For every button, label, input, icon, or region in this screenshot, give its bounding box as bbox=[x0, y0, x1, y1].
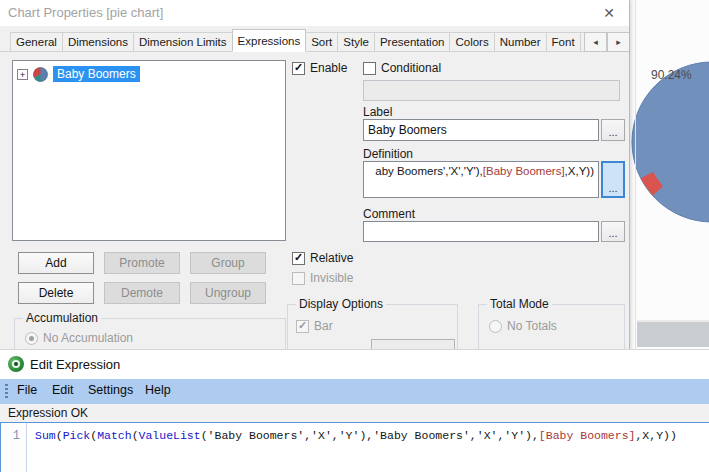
tab-dimension-limits[interactable]: Dimension Limits bbox=[133, 32, 233, 52]
label-field-label: Label bbox=[363, 105, 392, 119]
ellipsis-icon: ... bbox=[608, 182, 617, 194]
no-accumulation-label: No Accumulation bbox=[43, 331, 133, 345]
tab-colors[interactable]: Colors bbox=[449, 32, 494, 52]
status-bar: Expression OK bbox=[0, 404, 709, 422]
conditional-checkbox[interactable]: Conditional bbox=[363, 61, 441, 75]
scroll-right-icon: ▸ bbox=[616, 37, 621, 47]
no-totals-label: No Totals bbox=[507, 319, 557, 333]
total-mode-groupbox: Total Mode No Totals bbox=[478, 304, 625, 350]
tab-number[interactable]: Number bbox=[494, 32, 547, 52]
relative-checkbox[interactable]: ✓ Relative bbox=[292, 251, 353, 265]
bar-checkbox-box: ✓ bbox=[296, 320, 309, 333]
expression-status-text: Expression OK bbox=[8, 406, 88, 420]
tab-presentation[interactable]: Presentation bbox=[374, 32, 451, 52]
pie-value-label: 90.24% bbox=[651, 68, 692, 82]
background-window-edge bbox=[635, 0, 636, 350]
comment-ellipsis-button[interactable]: ... bbox=[601, 221, 625, 242]
menu-item-edit[interactable]: Edit bbox=[52, 383, 74, 397]
no-accumulation-radio: No Accumulation bbox=[25, 331, 133, 345]
invisible-checkbox-box bbox=[292, 272, 305, 285]
accumulation-title: Accumulation bbox=[23, 311, 101, 325]
definition-text: aby Boomers','X','Y'),[Baby Boomers],X,Y… bbox=[375, 165, 594, 177]
no-accumulation-radio-circle bbox=[25, 332, 38, 345]
ungroup-button: Ungroup bbox=[190, 282, 266, 304]
plus-icon: + bbox=[20, 70, 26, 79]
menu-grip-icon[interactable] bbox=[5, 384, 8, 399]
bar-label: Bar bbox=[314, 319, 333, 333]
expression-code[interactable]: Sum(Pick(Match(ValueList('Baby Boomers',… bbox=[35, 429, 677, 442]
tab-sort[interactable]: Sort bbox=[305, 32, 338, 52]
conditional-label: Conditional bbox=[381, 61, 441, 75]
menu-item-file[interactable]: File bbox=[17, 383, 37, 397]
tab-general[interactable]: General bbox=[10, 32, 63, 52]
conditional-checkbox-box[interactable] bbox=[363, 62, 376, 75]
definition-input[interactable]: aby Boomers','X','Y'),[Baby Boomers],X,Y… bbox=[363, 161, 599, 198]
expressions-list[interactable]: + Baby Boomers bbox=[12, 60, 286, 241]
edit-expression-window: Edit Expression File Edit Settings Help … bbox=[0, 349, 709, 472]
check-icon: ✓ bbox=[294, 252, 303, 263]
check-icon: ✓ bbox=[298, 320, 307, 331]
total-mode-title: Total Mode bbox=[487, 297, 552, 311]
expand-button[interactable]: + bbox=[17, 69, 28, 80]
enable-checkbox-box[interactable]: ✓ bbox=[292, 62, 305, 75]
tab-expressions[interactable]: Expressions bbox=[232, 29, 307, 52]
tab-scroll-right-button[interactable]: ▸ bbox=[607, 32, 630, 52]
display-options-groupbox: Display Options ✓ Bar bbox=[287, 304, 458, 350]
tree-item-baby-boomers[interactable]: + Baby Boomers bbox=[17, 66, 140, 82]
promote-button: Promote bbox=[104, 252, 180, 274]
qlikview-icon-dot bbox=[14, 362, 18, 366]
menu-item-help[interactable]: Help bbox=[145, 383, 171, 397]
pie-chart-icon bbox=[33, 67, 48, 82]
enable-label: Enable bbox=[310, 61, 347, 75]
dialog-title: Chart Properties [pie chart] bbox=[8, 5, 163, 20]
demote-button: Demote bbox=[104, 282, 180, 304]
close-icon: ✕ bbox=[603, 5, 615, 21]
qlikview-icon-inner bbox=[12, 360, 20, 368]
tab-dimensions[interactable]: Dimensions bbox=[62, 32, 134, 52]
invisible-label: Invisible bbox=[310, 271, 353, 285]
accumulation-groupbox: Accumulation No Accumulation bbox=[14, 318, 286, 350]
ellipsis-icon: ... bbox=[608, 227, 617, 239]
background-pie-chart-window: 90.24% bbox=[628, 0, 709, 350]
line-number-gutter: 1 bbox=[1, 423, 27, 472]
expression-editor[interactable]: 1 Sum(Pick(Match(ValueList('Baby Boomers… bbox=[0, 422, 709, 472]
definition-field-label: Definition bbox=[363, 147, 413, 161]
relative-label: Relative bbox=[310, 251, 353, 265]
menu-bar: File Edit Settings Help bbox=[0, 379, 709, 404]
tab-strip: General Dimensions Dimension Limits Expr… bbox=[10, 29, 584, 52]
background-pie-chart bbox=[628, 0, 709, 350]
close-button[interactable]: ✕ bbox=[599, 3, 619, 23]
delete-button[interactable]: Delete bbox=[18, 282, 94, 304]
invisible-checkbox: Invisible bbox=[292, 271, 353, 285]
conditional-field bbox=[363, 80, 620, 101]
tree-item-label: Baby Boomers bbox=[53, 66, 140, 82]
screen: 90.24% Chart Properties [pie chart] ✕ Ge… bbox=[0, 0, 709, 472]
bar-checkbox: ✓ Bar bbox=[296, 319, 333, 333]
chart-properties-dialog: Chart Properties [pie chart] ✕ General D… bbox=[0, 0, 630, 350]
tab-font[interactable]: Font bbox=[546, 32, 581, 52]
tab-style[interactable]: Style bbox=[337, 32, 375, 52]
comment-input[interactable] bbox=[363, 221, 599, 242]
menu-item-settings[interactable]: Settings bbox=[88, 383, 133, 397]
label-ellipsis-button[interactable]: ... bbox=[601, 119, 625, 141]
check-icon: ✓ bbox=[294, 62, 303, 73]
tab-scroll-left-button[interactable]: ◂ bbox=[584, 32, 607, 52]
edit-expression-title: Edit Expression bbox=[30, 357, 120, 372]
line-number: 1 bbox=[13, 429, 20, 443]
relative-checkbox-box[interactable]: ✓ bbox=[292, 252, 305, 265]
radio-dot bbox=[29, 336, 34, 341]
display-options-title: Display Options bbox=[296, 297, 386, 311]
ellipsis-icon: ... bbox=[608, 126, 617, 138]
add-button[interactable]: Add bbox=[18, 252, 94, 274]
dialog-titlebar: Chart Properties [pie chart] ✕ bbox=[0, 0, 629, 26]
background-window-band bbox=[637, 320, 709, 347]
label-input[interactable] bbox=[363, 119, 599, 141]
definition-ellipsis-button[interactable]: ... bbox=[601, 161, 625, 198]
no-totals-radio: No Totals bbox=[489, 319, 557, 333]
comment-field-label: Comment bbox=[363, 207, 415, 221]
group-button: Group bbox=[190, 252, 266, 274]
qlikview-icon bbox=[8, 356, 24, 372]
enable-checkbox[interactable]: ✓ Enable bbox=[292, 61, 347, 75]
pie-slice-blue bbox=[632, 62, 709, 222]
scroll-left-icon: ◂ bbox=[593, 37, 598, 47]
